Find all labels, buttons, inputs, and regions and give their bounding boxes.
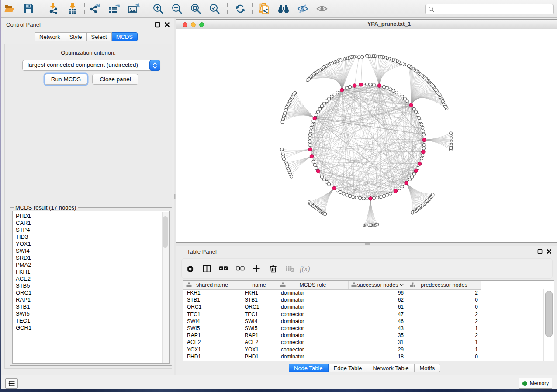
network-node[interactable]	[422, 147, 426, 150]
network-node[interactable]	[376, 196, 379, 199]
float-panel-icon[interactable]	[155, 22, 160, 28]
select-all-button[interactable]	[215, 261, 232, 276]
network-node[interactable]	[389, 88, 392, 91]
network-node[interactable]	[336, 91, 339, 94]
network-canvas[interactable]	[176, 29, 557, 243]
table-row[interactable]: SWI5 SWI5 connector 43 1	[183, 325, 554, 332]
table-row[interactable]: FKH1 FKH1 dominator 96 2	[183, 289, 554, 296]
network-node[interactable]	[309, 130, 312, 133]
network-node[interactable]	[330, 95, 333, 98]
minimize-window-traffic-light[interactable]	[191, 22, 196, 27]
close-panel-icon[interactable]	[164, 22, 170, 28]
network-node[interactable]	[320, 105, 323, 108]
network-node[interactable]	[421, 154, 424, 157]
close-panel-button[interactable]: Close panel	[92, 74, 138, 85]
criterion-dropdown[interactable]: largest connected component (undirected)	[22, 60, 160, 71]
network-node[interactable]	[412, 172, 415, 175]
network-node[interactable]	[422, 133, 426, 136]
network-node[interactable]	[320, 175, 323, 178]
table-scroll-thumb[interactable]	[545, 291, 553, 337]
mcds-result-item[interactable]: RAP1	[16, 296, 169, 303]
network-node[interactable]	[313, 163, 316, 166]
result-list-scrollbar[interactable]	[162, 212, 169, 363]
mcds-result-item[interactable]: FKH1	[16, 268, 169, 275]
table-row[interactable]: ORC1 ORC1 dominator 61 0	[183, 303, 554, 310]
mcds-result-item[interactable]: SRD1	[16, 254, 169, 261]
network-node[interactable]	[324, 213, 327, 216]
network-node[interactable]	[401, 95, 404, 98]
horizontal-splitter-handle[interactable]	[365, 243, 370, 245]
network-hub-node[interactable]	[332, 186, 336, 190]
import-table-button[interactable]	[65, 2, 80, 16]
table-row[interactable]: TEC1 TEC1 connector 47 2	[183, 311, 554, 318]
network-node[interactable]	[422, 130, 425, 133]
first-neighbors-button[interactable]	[276, 2, 291, 16]
network-node[interactable]	[420, 123, 423, 126]
network-node[interactable]	[359, 197, 362, 200]
network-node[interactable]	[372, 83, 375, 86]
network-node[interactable]	[308, 137, 311, 140]
new-network-from-selection-button[interactable]	[257, 2, 272, 16]
mcds-result-item[interactable]: CAR1	[16, 220, 169, 227]
delete-column-button[interactable]	[265, 261, 281, 276]
network-node[interactable]	[376, 223, 379, 226]
float-panel-icon[interactable]	[537, 249, 543, 254]
network-node[interactable]	[325, 180, 328, 183]
mcds-result-item[interactable]: SWI4	[16, 248, 169, 254]
network-node[interactable]	[310, 126, 313, 129]
show-all-button[interactable]	[315, 2, 329, 16]
network-node[interactable]	[322, 102, 325, 105]
network-node[interactable]	[345, 193, 348, 196]
table-row[interactable]: YOX1 YOX1 connector 29 1	[183, 346, 554, 353]
network-node[interactable]	[333, 93, 336, 96]
network-node[interactable]	[412, 107, 415, 110]
network-node[interactable]	[406, 100, 409, 103]
mcds-result-item[interactable]: STP4	[16, 227, 169, 234]
network-node[interactable]	[328, 97, 331, 100]
table-row[interactable]: SWI4 SWI4 dominator 46 2	[183, 318, 554, 325]
mcds-result-item[interactable]: PMA2	[16, 261, 169, 268]
network-node[interactable]	[308, 140, 311, 143]
network-node[interactable]	[362, 197, 365, 200]
network-hub-node[interactable]	[422, 150, 426, 154]
network-node[interactable]	[421, 126, 424, 129]
network-node[interactable]	[325, 100, 328, 103]
network-node[interactable]	[395, 91, 398, 94]
network-node[interactable]	[309, 133, 312, 136]
network-hub-node[interactable]	[405, 181, 408, 185]
table-panel-tab[interactable]: Edge Table	[329, 364, 368, 372]
hide-selection-button[interactable]	[295, 2, 310, 16]
horizontal-splitter[interactable]	[176, 243, 557, 246]
save-session-button[interactable]	[21, 2, 36, 16]
network-hub-node[interactable]	[340, 88, 344, 92]
task-history-button[interactable]	[5, 378, 18, 389]
network-node[interactable]	[322, 178, 325, 181]
network-node[interactable]	[398, 187, 401, 190]
export-network-button[interactable]	[88, 2, 103, 16]
mcds-result-item[interactable]: GCR1	[16, 324, 169, 331]
network-node[interactable]	[408, 178, 412, 181]
network-hub-node[interactable]	[308, 148, 312, 151]
apply-layout-button[interactable]	[233, 2, 248, 16]
network-node[interactable]	[398, 93, 401, 96]
close-panel-icon[interactable]	[547, 249, 552, 254]
network-node[interactable]	[366, 54, 369, 57]
network-hub-node[interactable]	[310, 155, 314, 158]
mcds-result-item[interactable]: YOX1	[16, 241, 169, 248]
network-node[interactable]	[379, 196, 382, 199]
network-node[interactable]	[315, 166, 318, 169]
network-hub-node[interactable]	[377, 84, 381, 88]
table-column-header[interactable]: shared name	[183, 281, 241, 289]
network-node[interactable]	[386, 193, 389, 196]
zoom-in-button[interactable]	[151, 2, 166, 16]
table-row[interactable]: ACE2 ACE2 connector 31 1	[183, 339, 554, 346]
network-node[interactable]	[431, 193, 434, 196]
network-node[interactable]	[283, 158, 286, 161]
open-session-button[interactable]	[2, 2, 17, 16]
network-node[interactable]	[372, 197, 375, 200]
mcds-result-item[interactable]: ACE2	[16, 275, 169, 282]
network-node[interactable]	[311, 123, 314, 126]
network-node[interactable]	[349, 195, 352, 198]
network-node[interactable]	[361, 55, 364, 58]
network-hub-node[interactable]	[394, 189, 398, 193]
